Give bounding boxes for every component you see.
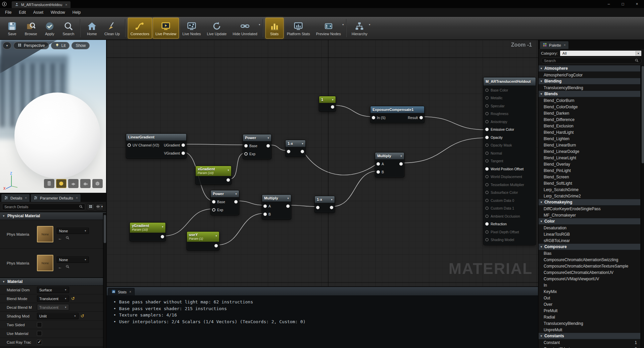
chevron-down-icon[interactable]: ▼	[215, 235, 217, 237]
node-power-top[interactable]: Power▼BaseExp	[243, 134, 271, 159]
pin[interactable]	[214, 244, 218, 247]
pin[interactable]	[485, 207, 489, 210]
palette-item-blend-hardlight[interactable]: Blend_HardLight	[539, 129, 640, 135]
pin[interactable]	[399, 162, 403, 166]
palette-item-blend-exclusion[interactable]: Blend_Exclusion	[539, 123, 640, 129]
palette-section-color[interactable]: ▼Color	[539, 218, 640, 225]
pin[interactable]	[301, 150, 304, 153]
property-matrix-button[interactable]	[87, 204, 94, 210]
pin[interactable]	[161, 235, 164, 238]
pin[interactable]	[485, 199, 489, 202]
scrollbar-thumb[interactable]	[104, 215, 106, 243]
palette-item-constant[interactable]: Constant1	[539, 339, 640, 346]
category-dropdown[interactable]: All ▼	[560, 50, 642, 56]
maximize-button[interactable]: □	[616, 0, 630, 8]
palette-item-translucencyblending[interactable]: TranslucencyBlending	[539, 84, 640, 91]
two-sided-checkbox[interactable]	[37, 322, 42, 327]
cast-ray-trac-checkbox[interactable]	[37, 340, 42, 345]
asset-thumbnail[interactable]: None	[37, 226, 53, 242]
collapse-arrow-icon[interactable]: ▼	[540, 335, 543, 338]
palette-item-translucencyblending[interactable]: TranslucencyBlending	[539, 320, 640, 327]
browse-asset-icon[interactable]	[65, 265, 69, 270]
pin[interactable]	[331, 105, 334, 109]
document-tab[interactable]: M_ARTranslucentHoldou ×	[11, 1, 71, 8]
collapse-arrow-icon[interactable]: ▼	[540, 67, 543, 70]
asset-dropdown[interactable]: None▼	[57, 256, 89, 263]
palette-item-desaturation[interactable]: Desaturation	[539, 225, 640, 231]
pin[interactable]	[485, 167, 489, 171]
palette-item-blend-pinlight[interactable]: Blend_PinLight	[539, 167, 640, 174]
asset-dropdown[interactable]: None▼	[57, 228, 89, 234]
tab-parameter-defaults[interactable]: Parameter Defaults×	[31, 194, 81, 202]
node-material-output[interactable]: M_ARTranslucentHoldoutBase ColorMetallic…	[483, 77, 536, 245]
preview-viewport[interactable]: ▼ PerspectiveLitShow Z X	[0, 40, 106, 193]
palette-item-constant2vector[interactable]: Constant2Vector2	[539, 346, 640, 348]
palette-item-unpremult[interactable]: UnpreMult	[539, 327, 640, 333]
pin[interactable]	[485, 215, 489, 218]
pin[interactable]	[234, 200, 238, 204]
menu-edit[interactable]: Edit	[15, 8, 30, 17]
chevron-down-icon[interactable]: ▼	[331, 198, 333, 201]
pin[interactable]	[263, 205, 267, 208]
chevron-down-icon[interactable]: ▼	[368, 23, 371, 26]
collapse-arrow-icon[interactable]: ▼	[540, 245, 543, 248]
wire[interactable]	[303, 151, 378, 175]
close-button[interactable]: ×	[630, 0, 644, 8]
chevron-down-icon[interactable]: ▼	[332, 99, 334, 101]
pin[interactable]	[287, 150, 290, 153]
reset-to-default-icon[interactable]: ↺	[71, 296, 75, 301]
scrollbar-thumb[interactable]	[642, 66, 644, 163]
pin[interactable]	[212, 200, 215, 204]
pin[interactable]	[485, 183, 489, 186]
toolbar-platform-stats[interactable]: Platform Stats	[284, 18, 313, 39]
menu-file[interactable]: File	[1, 8, 15, 17]
collapse-arrow-icon[interactable]: ▼	[540, 201, 543, 204]
pin[interactable]	[485, 112, 489, 115]
palette-item-blend-difference[interactable]: Blend_Difference	[539, 116, 640, 123]
toolbar-home[interactable]: Home	[83, 18, 101, 39]
palette-item-blend-lineardodge[interactable]: Blend_LinearDodge	[539, 148, 640, 155]
palette-item-atmosphericfogcolor[interactable]: AtmosphericFogColor	[539, 72, 640, 78]
node-use-y[interactable]: useYParam (1)▼	[187, 231, 219, 250]
toolbar-live-preview[interactable]: Live Preview	[153, 18, 179, 39]
palette-item-composureuvmapviewportuv[interactable]: ComposureUVMapViewportUV	[539, 276, 640, 282]
menu-asset[interactable]: Asset	[30, 8, 47, 17]
wire[interactable]	[333, 105, 373, 117]
material-graph-canvas[interactable]: 1▼ExposureCompensate1In (S)ResultLinearG…	[107, 40, 538, 286]
pin[interactable]	[485, 152, 489, 155]
pin[interactable]	[128, 143, 131, 147]
blend-mode-dropdown[interactable]: Translucent▼	[37, 295, 69, 302]
node-exposure-compensate1[interactable]: ExposureCompensate1In (S)Result	[370, 106, 425, 123]
shading-mod-dropdown[interactable]: Unlit▼	[37, 313, 79, 319]
menu-window[interactable]: Window	[47, 8, 69, 17]
palette-item-composuregetchromaticaberrationuv[interactable]: ComposureGetChromaticAberrationUV	[539, 269, 640, 276]
node-linear-gradient[interactable]: LinearGradientUV Channel (V2)UGradientVG…	[126, 133, 187, 159]
material-dom-dropdown[interactable]: Surface▼	[37, 287, 69, 293]
palette-item-over[interactable]: Over	[539, 301, 640, 307]
palette-section-chromakeying[interactable]: ▼Chromakeying	[539, 199, 640, 206]
toolbar-clean-up[interactable]: Clean Up	[102, 18, 122, 39]
palette-item-composurechromaticaberrationtexturesample[interactable]: ComposureChromaticAberrationTextureSampl…	[539, 263, 640, 269]
pin[interactable]	[377, 162, 380, 166]
pin[interactable]	[266, 144, 270, 148]
chevron-down-icon[interactable]: ▼	[227, 169, 230, 171]
pin[interactable]	[377, 170, 380, 174]
pin[interactable]	[485, 96, 489, 100]
collapse-arrow-icon[interactable]: ▼	[540, 80, 543, 83]
chevron-down-icon[interactable]: ▼	[342, 23, 344, 26]
pin[interactable]	[485, 230, 489, 234]
palette-section-blends[interactable]: ▼Blends	[539, 91, 640, 97]
viewport-perspective-button[interactable]: Perspective	[13, 42, 49, 49]
menu-help[interactable]: Help	[69, 8, 85, 17]
toolbar-live-update[interactable]: Live Update	[204, 18, 230, 39]
pin[interactable]	[330, 206, 333, 209]
browse-asset-icon[interactable]	[65, 236, 69, 241]
tab-details[interactable]: Details×	[1, 194, 30, 202]
close-icon[interactable]: ×	[65, 3, 67, 7]
close-icon[interactable]: ×	[25, 196, 27, 200]
section-physical-material[interactable]: ▼Physical Material	[0, 212, 106, 220]
palette-item-lineartosrgb[interactable]: LinearTosRGB	[539, 231, 640, 237]
node-constant-1[interactable]: 1▼	[319, 96, 336, 112]
node-one-minus-x-top[interactable]: 1-x▼	[285, 140, 306, 157]
toolbar-browse[interactable]: Browse	[22, 18, 40, 39]
